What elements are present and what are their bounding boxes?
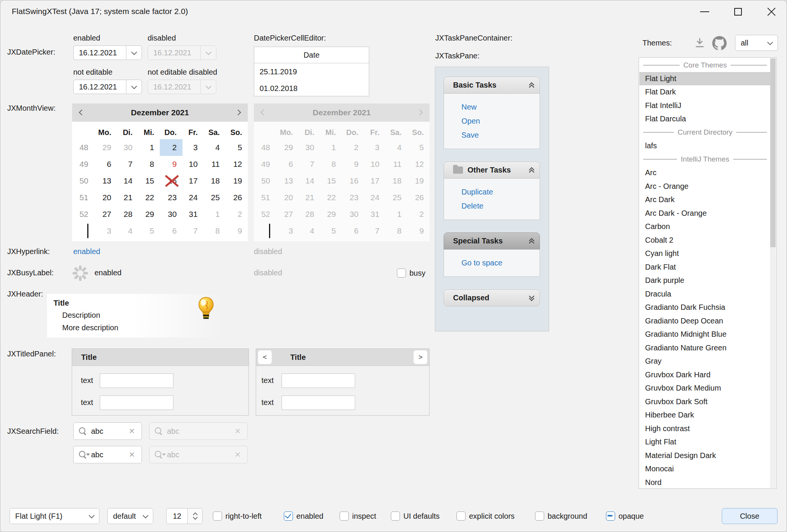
maximize-button[interactable] [727,3,749,20]
calendar-day-cell[interactable]: 14 [117,173,138,189]
date-table-row[interactable]: 25.11.2019 [254,63,369,80]
github-icon[interactable] [712,36,727,50]
theme-list-item[interactable]: Hiberbee Dark [639,408,771,422]
search-field[interactable]: abc ✕ [73,422,142,440]
theme-list-item[interactable]: Arc Dark [639,193,771,207]
theme-list-item[interactable]: High contrast [639,422,771,436]
theme-list-item[interactable]: Gruvbox Dark Soft [639,395,771,409]
checkbox-explicit-colors[interactable] [456,512,466,521]
theme-list-item[interactable]: lafs [639,139,771,153]
taskpane-link[interactable]: Duplicate [461,185,540,199]
download-icon[interactable] [693,37,706,50]
calendar-day-cell[interactable]: 13 [94,173,117,189]
prev-month-button[interactable] [80,109,84,116]
calendar-day-cell[interactable]: 2 [225,206,248,223]
checkbox-label[interactable]: explicit colors [469,512,515,521]
datepicker-noteditable[interactable]: 16.12.2021 [73,80,142,94]
calendar-day-cell[interactable]: 7 [117,156,138,173]
date-table-row[interactable]: 01.02.2018 [254,80,369,97]
next-month-button[interactable] [236,109,240,116]
calendar-day-cell[interactable]: 15 [138,173,160,189]
theme-list-item[interactable]: Carbon [639,220,771,234]
taskpane-link[interactable]: Open [461,114,540,128]
datepicker-dropdown-button[interactable] [126,80,142,94]
calendar-day-cell[interactable]: 6 [94,156,117,173]
hyperlink-enabled[interactable]: enabled [73,247,100,256]
calendar-day-cell[interactable]: 20 [94,189,117,206]
datepicker-enabled[interactable]: 16.12.2021 [73,46,142,60]
search-menu-icon[interactable] [78,450,87,459]
chevron-double-up-icon[interactable] [530,239,534,243]
theme-list-item[interactable]: Gruvbox Dark Medium [639,381,771,395]
calendar-day-cell[interactable]: 23 [160,189,182,206]
calendar-day-cell[interactable]: 3 [94,223,117,239]
font-combobox[interactable]: default [107,508,153,524]
titled-panel-prev-button[interactable]: < [258,350,272,364]
calendar-day-cell[interactable]: 30 [117,139,138,156]
theme-list-item[interactable]: Gradianto Dark Fuchsia [639,301,771,314]
calendar-day-cell[interactable]: 24 [183,189,203,206]
theme-list-item[interactable]: Light Flat [639,435,771,449]
checkbox-label[interactable]: inspect [352,512,376,521]
theme-list-item[interactable]: Gray [639,355,771,368]
calendar-day-cell[interactable]: 29 [94,139,117,156]
font-size-spinner[interactable]: 12 [166,508,203,524]
calendar-day-cell[interactable]: 6 [160,223,182,239]
calendar-day-cell[interactable]: 1 [203,206,225,223]
datepicker-value[interactable]: 16.12.2021 [74,46,126,60]
taskpane-link[interactable]: Delete [461,199,540,213]
calendar-day-cell[interactable]: 26 [225,189,248,206]
calendar-day-cell[interactable]: 19 [225,173,248,189]
theme-list-item[interactable]: Dark Flat [639,261,771,274]
calendar-day-cell[interactable]: 5 [225,139,248,156]
calendar-day-cell[interactable]: 29 [138,206,160,223]
text-input[interactable] [282,373,355,388]
theme-list-item[interactable]: Flat IntelliJ [639,99,771,113]
theme-list-item[interactable]: Flat Darcula [639,112,771,126]
taskpane-link[interactable]: Go to space [461,256,540,270]
checkbox-background[interactable] [535,512,544,521]
clear-icon[interactable]: ✕ [129,427,136,436]
calendar-day-cell[interactable]: 11 [203,156,225,173]
calendar-day-cell[interactable]: 31 [183,206,203,223]
theme-list-item[interactable]: Arc [639,166,771,180]
clear-icon[interactable]: ✕ [129,450,136,459]
calendar-day-cell[interactable]: 8 [138,156,160,173]
checkbox-label[interactable]: background [548,512,587,521]
calendar-day-cell[interactable]: 4 [203,139,225,156]
theme-filter-combobox[interactable]: all [735,35,778,51]
calendar-day-cell[interactable]: 21 [117,189,138,206]
checkbox-enabled[interactable] [284,512,293,521]
date-table-header[interactable]: Date [254,47,369,63]
theme-list-item[interactable]: Dark purple [639,274,771,287]
search-input[interactable]: abc [91,427,129,436]
taskpane-link[interactable]: Save [461,128,540,142]
calendar-day-cell[interactable]: 17 [183,173,203,189]
datepicker-dropdown-button[interactable] [126,46,142,60]
laf-combobox[interactable]: Flat Light (F1) [9,508,99,524]
theme-list-item[interactable]: Gradianto Midnight Blue [639,328,771,341]
text-input[interactable] [282,395,355,410]
calendar-day-cell[interactable]: 2 [160,139,182,156]
busy-checkbox[interactable] [397,268,406,278]
taskpane-header[interactable]: Special Tasks [444,232,540,250]
calendar-day-cell[interactable]: 3 [183,139,203,156]
theme-list-item[interactable]: Flat Dark [639,85,771,99]
theme-list-item[interactable]: Material Design Dark [639,449,771,463]
theme-list-item[interactable]: Monocai [639,462,771,476]
checkbox-label[interactable]: UI defaults [403,512,440,521]
calendar-day-cell[interactable]: 22 [138,189,160,206]
calendar-day-cell[interactable]: 4 [117,223,138,239]
calendar-day-cell[interactable]: 28 [117,206,138,223]
taskpane-header[interactable]: Basic Tasks [444,77,540,94]
taskpane-link[interactable]: New [461,100,540,114]
calendar-day-cell[interactable]: 16 [160,173,182,189]
checkbox-label[interactable]: enabled [296,512,323,521]
calendar-day-cell[interactable]: 9 [225,223,248,239]
checkbox-inspect[interactable] [340,512,349,521]
theme-list-item[interactable]: Gradianto Nature Green [639,341,771,355]
calendar-day-cell[interactable]: 25 [203,189,225,206]
minimize-button[interactable] [693,3,716,20]
taskpane-header[interactable]: Collapsed [444,289,540,306]
text-input[interactable] [100,373,173,388]
